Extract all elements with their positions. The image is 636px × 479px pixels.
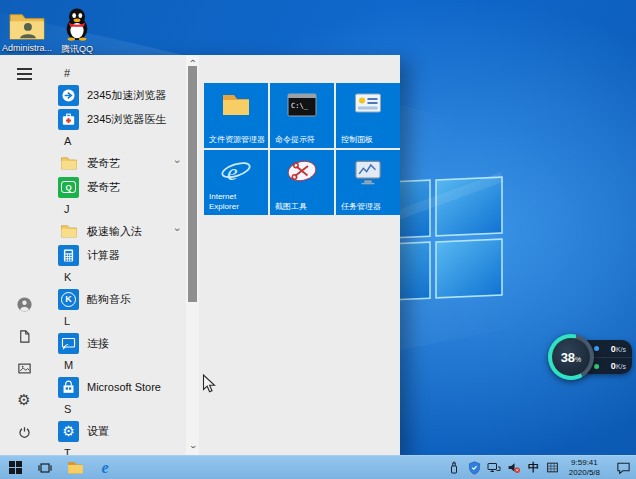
tile-task-manager[interactable]: 任务管理器	[336, 150, 400, 215]
app-item-label: 计算器	[87, 248, 120, 263]
tile-label: Internet Explorer	[209, 192, 266, 212]
desktop-icon-administrator[interactable]: Administra...	[0, 5, 54, 53]
app-item-connect[interactable]: 连接	[48, 331, 186, 355]
tile-file-explorer[interactable]: 文件资源管理器	[204, 83, 268, 148]
security-shield-icon[interactable]	[467, 460, 482, 476]
calculator-icon	[58, 245, 79, 266]
browser-2345-icon	[58, 85, 79, 106]
upload-dot-icon	[594, 346, 599, 351]
folder-icon	[58, 153, 79, 174]
start-button[interactable]	[0, 456, 30, 479]
app-list-header-k[interactable]: K	[48, 267, 186, 287]
action-center-icon	[616, 461, 631, 475]
app-list-header-l[interactable]: L	[48, 311, 186, 331]
app-item-iqiyi[interactable]: Q 爱奇艺	[48, 175, 186, 199]
start-menu-rail: ⚙	[0, 55, 48, 455]
memory-usage-ball[interactable]: 38%	[548, 334, 594, 380]
tile-internet-explorer[interactable]: e Internet Explorer	[204, 150, 268, 215]
ime-language-indicator[interactable]: 中	[527, 460, 540, 475]
app-list-header-hash[interactable]: #	[48, 63, 186, 83]
app-folder-jisu-ime[interactable]: 极速输入法 ›	[48, 219, 186, 243]
app-item-2345-browser[interactable]: 2345加速浏览器	[48, 83, 186, 107]
app-list-header-s[interactable]: S	[48, 399, 186, 419]
app-item-label: 极速输入法	[87, 224, 142, 239]
app-item-2345-doctor[interactable]: 2345浏览器医生	[48, 107, 186, 131]
upload-speed-value: 0K/s	[611, 344, 626, 354]
documents-button[interactable]	[15, 327, 33, 345]
volume-muted-icon[interactable]	[507, 460, 522, 476]
taskbar-clock[interactable]: 9:59:41 2020/5/8	[565, 458, 604, 477]
taskbar-edge-button[interactable]: e	[90, 456, 120, 479]
tile-label: 控制面板	[341, 135, 398, 145]
download-speed-value: 0K/s	[611, 361, 626, 371]
tile-snipping-tool[interactable]: 截图工具	[270, 150, 334, 215]
file-explorer-icon	[204, 92, 268, 117]
system-tray: 中 9:59:41 2020/5/8	[447, 458, 636, 477]
tile-control-panel[interactable]: 控制面板	[336, 83, 400, 148]
usb-icon[interactable]	[447, 460, 462, 476]
app-item-label: 爱奇艺	[87, 156, 120, 171]
clock-time: 9:59:41	[569, 458, 600, 468]
ie-icon: e	[204, 155, 268, 187]
app-item-microsoft-store[interactable]: Microsoft Store	[48, 375, 186, 399]
app-list-scrollbar[interactable]: › ›	[186, 55, 199, 455]
tile-command-prompt[interactable]: C:\_ 命令提示符	[270, 83, 334, 148]
app-item-label: 连接	[87, 336, 109, 351]
network-icon[interactable]	[487, 460, 502, 476]
qq-penguin-icon	[50, 5, 104, 41]
app-item-label: 爱奇艺	[87, 180, 120, 195]
app-item-settings[interactable]: ⚙ 设置	[48, 419, 186, 443]
power-button[interactable]	[15, 423, 33, 441]
rail-bottom-group: ⚙	[15, 295, 33, 447]
ime-grid-icon[interactable]	[545, 460, 560, 476]
user-folder-icon	[0, 5, 54, 41]
hamburger-menu-button[interactable]	[17, 68, 32, 80]
start-menu: ⚙ # 2345加速浏览器 2345浏览器医生 A	[0, 55, 400, 455]
edge-icon: e	[101, 459, 108, 477]
taskbar-file-explorer-button[interactable]	[60, 456, 90, 479]
app-list-header-t[interactable]: T	[48, 443, 186, 455]
chevron-down-icon[interactable]: ›	[173, 160, 184, 164]
app-folder-iqiyi[interactable]: 爱奇艺 ›	[48, 151, 186, 175]
action-center-button[interactable]	[613, 459, 633, 477]
doctor-2345-icon	[58, 109, 79, 130]
settings-rail-button gear-icon[interactable]: ⚙	[15, 391, 33, 409]
windows-start-icon	[9, 461, 22, 474]
net-speed-widget[interactable]: 0K/s 0K/s 38%	[548, 334, 634, 380]
svg-text:C:\_: C:\_	[291, 102, 309, 110]
desktop-icon-label: Administra...	[2, 43, 52, 53]
svg-text:e: e	[227, 159, 238, 185]
app-item-label: 2345浏览器医生	[87, 112, 166, 127]
control-panel-icon	[336, 92, 400, 116]
cmd-icon: C:\_	[270, 92, 334, 118]
task-view-button[interactable]	[30, 456, 60, 479]
download-dot-icon	[594, 364, 599, 369]
app-item-kugou[interactable]: K 酷狗音乐	[48, 287, 186, 311]
app-item-label: 设置	[87, 424, 109, 439]
scroll-down-arrow[interactable]: ›	[188, 445, 198, 448]
app-list-header-j[interactable]: J	[48, 199, 186, 219]
desktop-icon-label: 腾讯QQ	[61, 44, 93, 54]
app-item-calculator[interactable]: 计算器	[48, 243, 186, 267]
user-avatar-button[interactable]	[15, 295, 33, 313]
app-list-header-m[interactable]: M	[48, 355, 186, 375]
app-item-label: 酷狗音乐	[87, 292, 131, 307]
iqiyi-icon: Q	[58, 177, 79, 198]
task-manager-icon	[336, 159, 400, 186]
chevron-down-icon[interactable]: ›	[173, 228, 184, 232]
tile-label: 命令提示符	[275, 135, 332, 145]
app-item-label: Microsoft Store	[87, 381, 161, 393]
tile-label: 文件资源管理器	[209, 135, 266, 145]
kugou-icon: K	[58, 289, 79, 310]
task-view-icon	[37, 460, 53, 476]
app-list-header-a[interactable]: A	[48, 131, 186, 151]
scroll-up-arrow[interactable]: ›	[188, 59, 198, 62]
store-icon	[58, 377, 79, 398]
desktop-icon-qq[interactable]: 腾讯QQ	[50, 5, 104, 56]
memory-usage-value: 38%	[552, 338, 590, 376]
app-item-label: 2345加速浏览器	[87, 88, 166, 103]
pictures-button[interactable]	[15, 359, 33, 377]
tile-label: 截图工具	[275, 202, 332, 212]
scrollbar-thumb[interactable]	[188, 66, 197, 302]
snipping-tool-icon	[270, 159, 334, 183]
